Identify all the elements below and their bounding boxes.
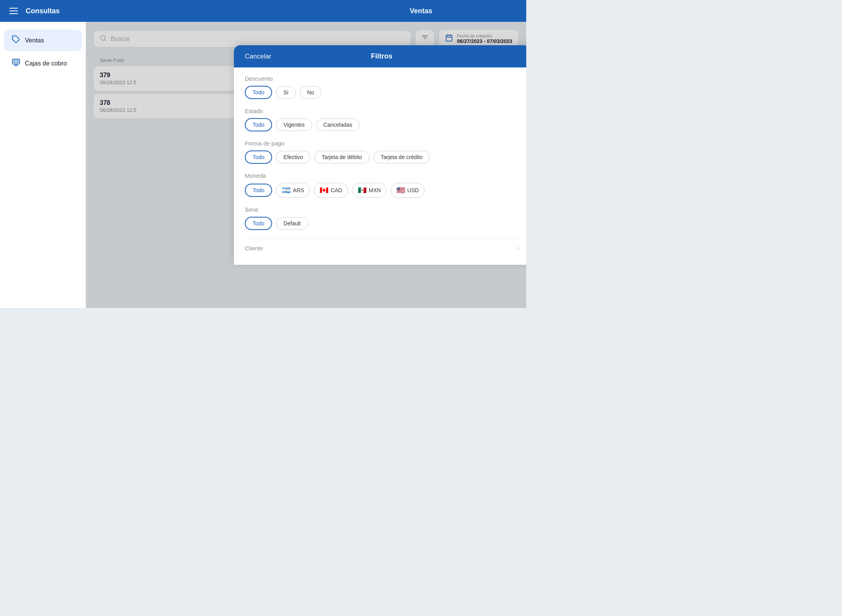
forma-pago-label: Forma de pago: [245, 140, 519, 147]
cliente-label: Cliente: [245, 245, 263, 251]
filter-body: Descuento Todo Si No Estado Todo Vigente…: [234, 67, 526, 265]
main-layout: Ventas Cajas de cobro: [0, 22, 526, 308]
descuento-chip-no[interactable]: No: [300, 86, 322, 99]
filter-section-serie: Serie Todo Default: [245, 206, 519, 230]
filter-title: Filtros: [371, 52, 393, 60]
descuento-chip-todo[interactable]: Todo: [245, 86, 272, 99]
nav-title-ventas: Ventas: [410, 7, 432, 15]
estado-chips: Todo Vigentes Canceladas: [245, 118, 519, 131]
moneda-chip-ars[interactable]: 🇦🇷 ARS: [276, 183, 310, 198]
flag-usd: 🇺🇸: [396, 186, 405, 195]
filter-cancel-button[interactable]: Cancelar: [245, 53, 271, 60]
sidebar: Ventas Cajas de cobro: [0, 22, 86, 308]
flag-ars: 🇦🇷: [282, 186, 290, 195]
label-ars: ARS: [293, 187, 304, 193]
filter-section-forma-pago: Forma de pago Todo Efectivo Tarjeta de d…: [245, 140, 519, 164]
cajas-icon: [12, 58, 20, 69]
filter-section-moneda: Moneda Todo 🇦🇷 ARS 🇨🇦 CAD 🇲🇽: [245, 172, 519, 198]
ventas-icon: [12, 35, 20, 46]
forma-pago-chip-credito[interactable]: Tarjeta de crédito: [373, 151, 430, 163]
label-mxn: MXN: [369, 187, 381, 193]
filter-panel: Cancelar Filtros Descuento Todo Si No: [234, 45, 526, 265]
top-nav: Consultas Ventas: [0, 0, 526, 22]
estado-chip-canceladas[interactable]: Canceladas: [316, 119, 360, 131]
svg-rect-4: [14, 60, 18, 63]
forma-pago-chip-debito[interactable]: Tarjeta de débito: [314, 151, 370, 163]
descuento-label: Descuento: [245, 75, 519, 82]
forma-pago-chip-todo[interactable]: Todo: [245, 150, 272, 164]
serie-chip-default[interactable]: Default: [276, 217, 308, 230]
serie-chip-todo[interactable]: Todo: [245, 217, 272, 230]
filter-section-descuento: Descuento Todo Si No: [245, 75, 519, 99]
forma-pago-chips: Todo Efectivo Tarjeta de débito Tarjeta …: [245, 150, 519, 164]
moneda-chips: Todo 🇦🇷 ARS 🇨🇦 CAD 🇲🇽 MXN: [245, 183, 519, 198]
chevron-right-icon: ›: [517, 244, 519, 251]
content-area: Buscar F: [86, 22, 526, 308]
moneda-label: Moneda: [245, 172, 519, 179]
descuento-chips: Todo Si No: [245, 86, 519, 99]
serie-label: Serie: [245, 206, 519, 213]
moneda-chip-cad[interactable]: 🇨🇦 CAD: [314, 183, 348, 198]
flag-cad: 🇨🇦: [320, 186, 328, 195]
flag-mxn: 🇲🇽: [358, 186, 366, 195]
estado-label: Estado: [245, 108, 519, 114]
filter-section-estado: Estado Todo Vigentes Canceladas: [245, 108, 519, 131]
sidebar-item-cajas[interactable]: Cajas de cobro: [4, 53, 82, 74]
moneda-chip-mxn[interactable]: 🇲🇽 MXN: [352, 183, 387, 198]
sidebar-cajas-label: Cajas de cobro: [25, 60, 67, 67]
descuento-chip-si[interactable]: Si: [276, 86, 295, 99]
serie-chips: Todo Default: [245, 217, 519, 230]
sidebar-ventas-label: Ventas: [25, 37, 44, 44]
moneda-chip-usd[interactable]: 🇺🇸 USD: [391, 183, 425, 198]
menu-button[interactable]: [9, 8, 18, 14]
forma-pago-chip-efectivo[interactable]: Efectivo: [276, 151, 310, 163]
filter-header: Cancelar Filtros: [234, 45, 526, 67]
label-usd: USD: [407, 187, 419, 193]
label-cad: CAD: [331, 187, 342, 193]
estado-chip-vigentes[interactable]: Vigentes: [276, 119, 312, 131]
filter-section-cliente[interactable]: Cliente ›: [245, 239, 519, 257]
moneda-chip-todo[interactable]: Todo: [245, 184, 272, 197]
nav-title-consultas: Consultas: [26, 7, 517, 15]
sidebar-item-ventas[interactable]: Ventas: [4, 30, 82, 51]
estado-chip-todo[interactable]: Todo: [245, 118, 272, 131]
